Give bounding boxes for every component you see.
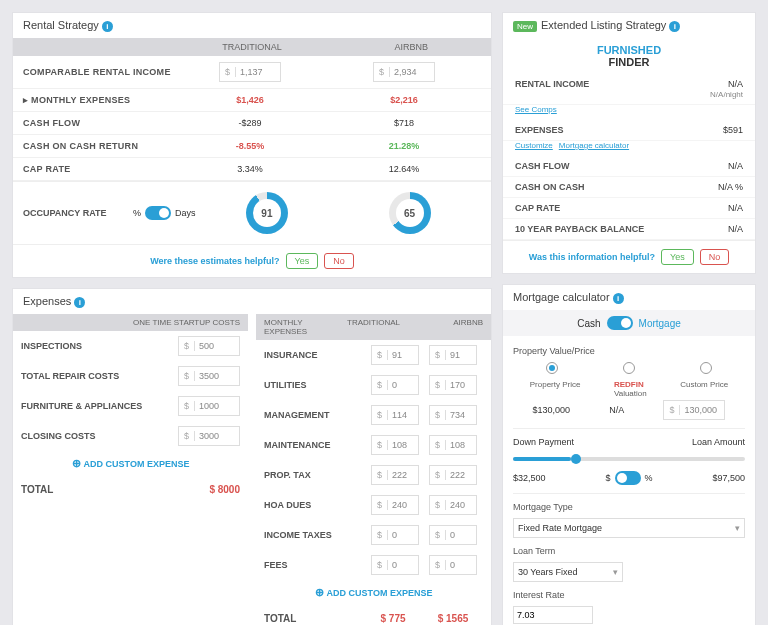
currency-pct-toggle[interactable] (615, 471, 641, 485)
row-cri: COMPARABLE RENTAL INCOME (23, 67, 173, 77)
mortgage-calc-link[interactable]: Mortgage calculator (559, 141, 629, 150)
customize-link[interactable]: Customize (515, 141, 553, 150)
mgmt-a-input[interactable]: $ (429, 405, 477, 425)
down-payment-slider[interactable] (513, 457, 745, 461)
occ-toggle[interactable] (145, 206, 171, 220)
info-icon[interactable]: i (74, 297, 85, 308)
rental-title: Rental Strategy (23, 19, 99, 31)
cash-mortgage-toggle[interactable] (607, 316, 633, 330)
expenses-title: Expenses (23, 295, 71, 307)
add-custom-monthly[interactable]: ADD CUSTOM EXPENSE (256, 580, 491, 605)
occupancy-label: OCCUPANCY RATE (23, 208, 133, 218)
mgmt-t-input[interactable]: $ (371, 405, 419, 425)
radio-redfin[interactable] (623, 362, 635, 374)
total-airbnb: $ 1565 (423, 613, 483, 624)
row-coc: CASH ON CASH RETURN (23, 141, 173, 151)
info-icon[interactable]: i (613, 293, 624, 304)
custom-price-input[interactable]: $ (663, 400, 725, 420)
no-button[interactable]: No (700, 249, 730, 265)
maint-t-input[interactable]: $ (371, 435, 419, 455)
row-cf: CASH FLOW (23, 118, 173, 128)
inspections-input[interactable]: $ (178, 336, 240, 356)
radio-property-price[interactable] (546, 362, 558, 374)
cri-airbnb-input[interactable]: $ (373, 62, 435, 82)
row-cap: CAP RATE (23, 164, 173, 174)
rental-strategy-card: Rental Strategyi TRADITIONALAIRBNB COMPA… (12, 12, 492, 278)
radio-custom[interactable] (700, 362, 712, 374)
hoa-t-input[interactable]: $ (371, 495, 419, 515)
interest-rate-input[interactable] (513, 606, 593, 624)
it-t-input[interactable]: $ (371, 525, 419, 545)
info-icon[interactable]: i (669, 21, 680, 32)
col-airbnb: AIRBNB (332, 42, 491, 52)
pt-t-input[interactable]: $ (371, 465, 419, 485)
new-badge: New (513, 21, 537, 32)
add-custom-startup[interactable]: ADD CUSTOM EXPENSE (13, 451, 248, 476)
donut-airbnb: 65 (389, 192, 431, 234)
repair-input[interactable]: $ (178, 366, 240, 386)
pt-a-input[interactable]: $ (429, 465, 477, 485)
mortgage-calculator-card: Mortgage calculatori CashMortgage Proper… (502, 284, 756, 625)
loan-term-select[interactable]: 30 Years Fixed (513, 562, 623, 582)
maint-a-input[interactable]: $ (429, 435, 477, 455)
util-a-input[interactable]: $ (429, 375, 477, 395)
col-traditional: TRADITIONAL (172, 42, 331, 52)
row-me[interactable]: ▸ MONTHLY EXPENSES (23, 95, 173, 105)
furnished-finder-logo: FURNISHEDFINDER (503, 38, 755, 74)
feedback-text: Were these estimates helpful? (150, 256, 279, 266)
mortgage-type-select[interactable]: Fixed Rate Mortgage (513, 518, 745, 538)
ins-t-input[interactable]: $ (371, 345, 419, 365)
closing-input[interactable]: $ (178, 426, 240, 446)
total-trad: $ 775 (363, 613, 423, 624)
extended-strategy-card: NewExtended Listing Strategyi FURNISHEDF… (502, 12, 756, 274)
ins-a-input[interactable]: $ (429, 345, 477, 365)
fees-t-input[interactable]: $ (371, 555, 419, 575)
hoa-a-input[interactable]: $ (429, 495, 477, 515)
total-startup: $ 8000 (209, 484, 240, 495)
furniture-input[interactable]: $ (178, 396, 240, 416)
see-comps-link[interactable]: See Comps (515, 105, 557, 114)
yes-button[interactable]: Yes (286, 253, 319, 269)
it-a-input[interactable]: $ (429, 525, 477, 545)
util-t-input[interactable]: $ (371, 375, 419, 395)
expenses-card: Expensesi ONE TIME STARTUP COSTS INSPECT… (12, 288, 492, 625)
cri-trad-input[interactable]: $ (219, 62, 281, 82)
info-icon[interactable]: i (102, 21, 113, 32)
fees-a-input[interactable]: $ (429, 555, 477, 575)
yes-button[interactable]: Yes (661, 249, 694, 265)
donut-trad: 91 (246, 192, 288, 234)
no-button[interactable]: No (324, 253, 354, 269)
